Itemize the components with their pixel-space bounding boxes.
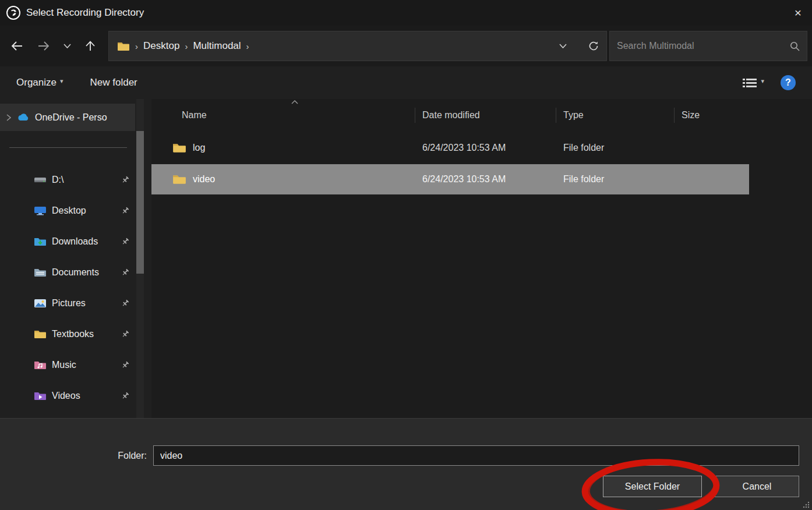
- downloads-icon: [34, 237, 47, 246]
- file-name: video: [193, 174, 215, 185]
- new-folder-label: New folder: [90, 77, 137, 88]
- breadcrumb-desktop[interactable]: Desktop: [143, 40, 179, 52]
- sidebar-divider: [9, 147, 127, 148]
- folder-icon: [172, 143, 186, 153]
- sidebar-item-label: Videos: [52, 391, 80, 401]
- pin-icon: [121, 207, 129, 215]
- sidebar-item-label: Downloads: [52, 236, 98, 247]
- folder-icon: [117, 41, 130, 51]
- music-icon: [34, 360, 47, 370]
- folder-label: Folder:: [0, 451, 153, 461]
- pin-icon: [121, 392, 129, 400]
- sidebar-item-downloads[interactable]: Downloads: [0, 226, 151, 257]
- pictures-icon: [34, 299, 47, 308]
- sidebar-item-d-drive[interactable]: D:\: [0, 164, 151, 195]
- folder-icon: [34, 330, 47, 339]
- column-header-row: Name Date modified Type Size: [151, 102, 749, 128]
- pin-icon: [121, 268, 129, 277]
- breadcrumb-separator: ›: [246, 41, 249, 51]
- folder-name-input[interactable]: [153, 445, 799, 466]
- sidebar-item-music[interactable]: Music: [0, 349, 151, 380]
- sidebar-item-label: Textbooks: [52, 329, 94, 339]
- file-list-pane: Name Date modified Type Size: [151, 99, 812, 418]
- pin-icon: [121, 330, 129, 338]
- cancel-button[interactable]: Cancel: [715, 476, 799, 497]
- chevron-down-icon: ▾: [60, 77, 63, 85]
- details-view-icon: [742, 77, 757, 88]
- back-button[interactable]: [3, 33, 30, 59]
- sidebar-scrollbar-thumb[interactable]: [136, 131, 144, 274]
- file-date: 6/24/2023 10:53 AM: [415, 174, 556, 185]
- desktop-icon: [34, 206, 47, 215]
- folder-icon: [172, 174, 186, 185]
- quick-access-list: D:\ Desktop: [0, 164, 151, 411]
- sidebar-item-onedrive[interactable]: OneDrive - Perso: [0, 104, 135, 131]
- column-header-type[interactable]: Type: [556, 102, 675, 128]
- documents-icon: [34, 268, 47, 277]
- view-mode-button[interactable]: ▾: [742, 77, 764, 88]
- help-button[interactable]: ?: [781, 75, 796, 90]
- organize-label: Organize: [16, 77, 57, 88]
- pin-icon: [121, 176, 129, 184]
- search-icon: [790, 41, 800, 51]
- sidebar-item-label: OneDrive - Perso: [35, 112, 107, 123]
- window-title: Select Recording Directory: [26, 7, 144, 19]
- file-type: File folder: [556, 174, 675, 185]
- file-type: File folder: [556, 143, 675, 153]
- address-bar[interactable]: › Desktop › Multimodal ›: [108, 31, 607, 61]
- title-bar: Select Recording Directory ×: [0, 0, 812, 26]
- command-toolbar: Organize ▾ New folder ▾ ?: [0, 66, 812, 99]
- search-input[interactable]: [617, 41, 785, 51]
- sidebar-item-label: Pictures: [52, 298, 86, 309]
- address-dropdown-chevron[interactable]: [550, 31, 576, 61]
- sidebar-item-label: Music: [52, 360, 76, 370]
- search-box[interactable]: [609, 31, 807, 61]
- pin-icon: [121, 299, 129, 307]
- new-folder-button[interactable]: New folder: [90, 77, 137, 88]
- resize-grip[interactable]: [802, 501, 810, 509]
- sidebar-item-pictures[interactable]: Pictures: [0, 288, 151, 318]
- sidebar-item-documents[interactable]: Documents: [0, 257, 151, 288]
- obs-logo-icon: [6, 5, 21, 20]
- sidebar-item-textbooks[interactable]: Textbooks: [0, 318, 151, 349]
- refresh-icon[interactable]: [581, 31, 606, 61]
- sidebar-item-label: Documents: [52, 267, 99, 278]
- breadcrumb-multimodal[interactable]: Multimodal: [193, 40, 241, 52]
- up-button[interactable]: [77, 33, 104, 59]
- dialog-content: OneDrive - Perso D:\: [0, 99, 812, 418]
- breadcrumb-separator: ›: [185, 41, 188, 51]
- onedrive-cloud-icon: [17, 113, 30, 122]
- sidebar-item-label: D:\: [52, 175, 63, 185]
- navigation-bar: › Desktop › Multimodal ›: [0, 26, 812, 66]
- close-button[interactable]: ×: [784, 0, 812, 26]
- organize-button[interactable]: Organize ▾: [16, 77, 63, 88]
- pin-icon: [121, 361, 129, 369]
- sidebar-item-desktop[interactable]: Desktop: [0, 195, 151, 226]
- pin-icon: [121, 238, 129, 246]
- column-header-name[interactable]: Name: [151, 102, 415, 128]
- recent-locations-chevron[interactable]: [57, 33, 77, 59]
- drive-icon: [34, 175, 47, 184]
- file-date: 6/24/2023 10:53 AM: [415, 143, 556, 153]
- chevron-down-icon: ▾: [761, 77, 764, 85]
- column-header-date-modified[interactable]: Date modified: [415, 102, 556, 128]
- file-row-log[interactable]: log 6/24/2023 10:53 AM File folder: [151, 133, 749, 163]
- expand-chevron-icon: [6, 114, 12, 121]
- file-dialog-window: Select Recording Directory × › Desktop ›: [0, 0, 812, 510]
- forward-button[interactable]: [30, 33, 57, 59]
- column-header-size[interactable]: Size: [675, 102, 749, 128]
- breadcrumb-separator: ›: [135, 41, 138, 51]
- sort-ascending-icon: [291, 100, 298, 104]
- dialog-footer: Folder: Select Folder Cancel: [0, 418, 812, 510]
- videos-icon: [34, 391, 47, 401]
- file-name: log: [193, 143, 205, 153]
- navigation-pane: OneDrive - Perso D:\: [0, 99, 151, 418]
- sidebar-item-videos[interactable]: Videos: [0, 380, 151, 411]
- file-row-video[interactable]: video 6/24/2023 10:53 AM File folder: [151, 164, 749, 194]
- select-folder-button[interactable]: Select Folder: [603, 476, 702, 497]
- sidebar-item-label: Desktop: [52, 206, 86, 216]
